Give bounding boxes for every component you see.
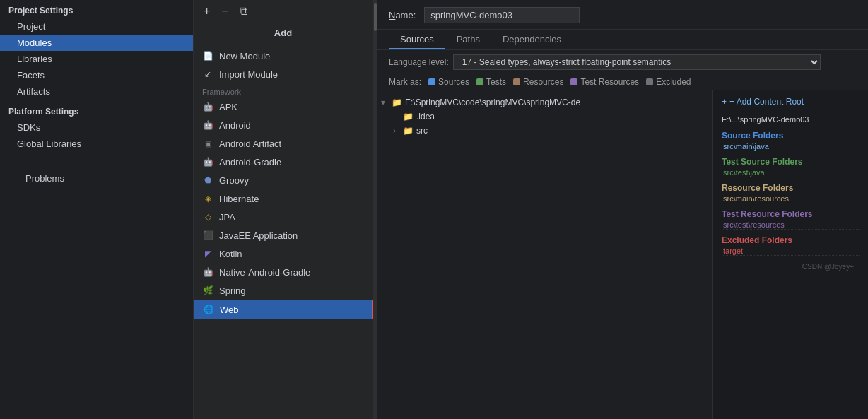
android-icon: 🤖 [202, 119, 213, 131]
add-item-import-module[interactable]: ↙ Import Module [194, 65, 373, 83]
src-folder-icon: 📁 [403, 126, 414, 136]
src-chevron: › [389, 126, 400, 136]
remove-button[interactable]: − [218, 4, 230, 18]
excluded-dot [646, 78, 653, 85]
root-path-label: E:\SpringMVC\code\springMVC\springMVC-de [405, 98, 580, 107]
add-item-new-module[interactable]: 📄 New Module [194, 47, 373, 65]
add-button[interactable]: + [201, 4, 213, 18]
kotlin-icon: ◤ [202, 248, 213, 259]
tree-item-src[interactable]: › 📁 src [377, 124, 712, 138]
resources-dot [513, 78, 520, 85]
add-item-javaee[interactable]: ⬛ JavaEE Application [194, 226, 373, 244]
add-item-android-gradle[interactable]: 🤖 Android-Gradle [194, 153, 373, 171]
mark-sources-btn[interactable]: Sources [428, 77, 469, 87]
groovy-icon: ⬟ [202, 175, 213, 186]
add-content-root-label: + Add Content Root [729, 97, 804, 107]
new-module-label: New Module [219, 51, 270, 61]
scroll-thumb[interactable] [374, 3, 377, 31]
sidebar-item-artifacts[interactable]: Artifacts [0, 83, 193, 100]
add-item-groovy[interactable]: ⬟ Groovy [194, 171, 373, 189]
jpa-icon: ◇ [202, 211, 213, 223]
mark-excluded-label: Excluded [656, 77, 691, 87]
mark-tests-btn[interactable]: Tests [476, 77, 506, 87]
android-artifact-label: Android Artifact [219, 138, 281, 149]
add-content-root-btn[interactable]: + + Add Content Root [722, 95, 860, 108]
add-item-jpa[interactable]: ◇ JPA [194, 208, 373, 226]
mark-tests-label: Tests [486, 77, 506, 87]
add-item-hibernate[interactable]: ◈ Hibernate [194, 189, 373, 208]
hibernate-label: Hibernate [219, 194, 259, 204]
resource-folders-value: src\main\resources [722, 194, 860, 203]
apk-icon: 🤖 [202, 101, 213, 112]
framework-section-label: Framework [194, 83, 373, 98]
project-settings-heading: Project Settings [0, 0, 193, 17]
add-item-native-android-gradle[interactable]: 🤖 Native-Android-Gradle [194, 263, 373, 281]
resource-folders-heading: Resource Folders [722, 183, 860, 193]
android-artifact-icon: ▣ [202, 138, 213, 149]
project-settings-nav: Project Modules Libraries Facets Artifac… [0, 17, 193, 101]
sidebar-item-facets[interactable]: Facets [0, 67, 193, 83]
name-input[interactable] [424, 7, 580, 23]
spring-label: Spring [219, 285, 246, 296]
right-panel: + + Add Content Root E:\...\springMVC-de… [712, 90, 868, 419]
name-label: Name: [389, 10, 416, 20]
content-area: ▾ 📁 E:\SpringMVC\code\springMVC\springMV… [377, 90, 868, 419]
root-folder-icon: 📁 [392, 98, 402, 107]
groovy-label: Groovy [219, 175, 249, 186]
spring-icon: 🌿 [202, 285, 213, 296]
import-module-icon: ↙ [202, 69, 213, 80]
mark-as-bar: Mark as: Sources Tests Resources Test Re… [377, 74, 868, 90]
language-level-select[interactable]: 17 - Sealed types, always-strict floatin… [453, 54, 821, 70]
add-item-apk[interactable]: 🤖 APK [194, 98, 373, 116]
apk-label: APK [219, 102, 237, 112]
sidebar-item-problems[interactable]: Problems [8, 170, 184, 187]
add-item-android[interactable]: 🤖 Android [194, 116, 373, 134]
mark-test-resources-btn[interactable]: Test Resources [570, 77, 639, 87]
tab-paths[interactable]: Paths [445, 30, 491, 49]
tab-dependencies[interactable]: Dependencies [491, 30, 573, 49]
new-module-icon: 📄 [202, 50, 213, 61]
mark-excluded-btn[interactable]: Excluded [646, 77, 691, 87]
add-item-kotlin[interactable]: ◤ Kotlin [194, 244, 373, 263]
add-panel: + − ⧉ Add 📄 New Module ↙ Import Module F… [194, 0, 373, 419]
sidebar-item-libraries[interactable]: Libraries [0, 51, 193, 67]
add-item-android-artifact[interactable]: ▣ Android Artifact [194, 134, 373, 153]
sidebar-item-sdks[interactable]: SDKs [0, 119, 193, 136]
mark-test-resources-label: Test Resources [580, 77, 639, 87]
excluded-folders-value: target [722, 247, 860, 256]
hibernate-icon: ◈ [202, 193, 213, 204]
test-resource-folders-value: src\test\resources [722, 220, 860, 230]
source-folders-value: src\main\java [722, 142, 860, 151]
web-icon: 🌐 [203, 304, 214, 315]
add-item-web[interactable]: 🌐 Web [194, 300, 373, 319]
mark-resources-btn[interactable]: Resources [513, 77, 563, 87]
kotlin-label: Kotlin [219, 249, 242, 259]
sidebar-item-global-libraries[interactable]: Global Libraries [0, 136, 193, 152]
tree-item-idea[interactable]: 📁 .idea [377, 110, 712, 124]
idea-label: .idea [416, 112, 435, 122]
file-tree: ▾ 📁 E:\SpringMVC\code\springMVC\springMV… [377, 90, 712, 419]
copy-button[interactable]: ⧉ [237, 4, 250, 18]
language-level-label: Language level: [389, 57, 449, 67]
android-gradle-icon: 🤖 [202, 156, 213, 167]
rp-path: E:\...\springMVC-demo03 [722, 115, 860, 124]
plus-icon: + [722, 97, 727, 107]
platform-nav: SDKs Global Libraries [0, 118, 193, 153]
main-content: Name: Sources Paths Dependencies Languag… [377, 0, 868, 419]
sidebar-item-modules[interactable]: Modules [0, 35, 193, 51]
native-android-gradle-icon: 🤖 [202, 266, 213, 278]
import-module-label: Import Module [219, 69, 278, 80]
excluded-folders-heading: Excluded Folders [722, 235, 860, 245]
test-source-folders-value: src\test\java [722, 168, 860, 177]
native-android-gradle-label: Native-Android-Gradle [219, 267, 310, 278]
idea-folder-icon: 📁 [403, 112, 414, 122]
mark-resources-label: Resources [523, 77, 563, 87]
sources-toolbar: Language level: 17 - Sealed types, alway… [377, 50, 868, 74]
tree-item-root[interactable]: ▾ 📁 E:\SpringMVC\code\springMVC\springMV… [377, 95, 712, 110]
test-resources-dot [570, 78, 577, 85]
add-item-spring[interactable]: 🌿 Spring [194, 281, 373, 300]
main-header: Name: [377, 0, 868, 30]
tab-sources[interactable]: Sources [389, 30, 445, 49]
platform-settings-heading: Platform Settings [0, 101, 193, 118]
sidebar-item-project[interactable]: Project [0, 18, 193, 35]
